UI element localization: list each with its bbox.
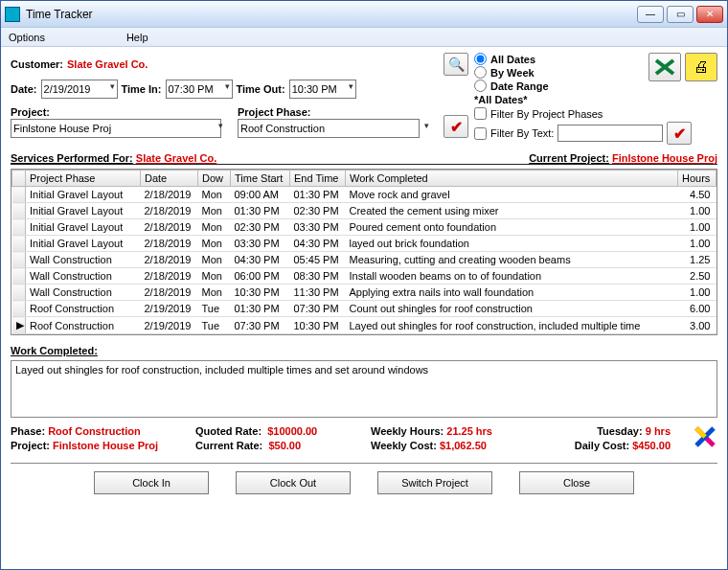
cell-start: 06:00 PM — [231, 268, 290, 285]
sum-day-value: 9 hrs — [646, 425, 671, 437]
timein-input[interactable] — [166, 80, 233, 99]
filter-by-phases-check[interactable]: Filter By Project Phases — [474, 107, 717, 120]
table-row[interactable]: Initial Gravel Layout2/18/2019Mon02:30 P… — [12, 219, 717, 236]
menu-options[interactable]: Options — [9, 32, 45, 43]
project-select[interactable] — [11, 119, 221, 138]
sum-dcost-value: $450.00 — [632, 440, 671, 451]
clock-out-button[interactable]: Clock Out — [236, 471, 351, 494]
sum-whours-value: 21.25 hrs — [446, 425, 492, 437]
row-marker — [12, 236, 26, 252]
cell-end: 11:30 PM — [290, 285, 346, 301]
switch-project-button[interactable]: Switch Project — [377, 471, 492, 494]
cell-hours: 4.50 — [678, 187, 717, 203]
cell-phase: Roof Construction — [26, 317, 141, 334]
table-row[interactable]: Wall Construction2/18/2019Mon04:30 PM05:… — [12, 252, 717, 268]
apply-filter-button[interactable]: ✔ — [667, 122, 692, 145]
time-entries-grid[interactable]: Project Phase Date Dow Time Start End Ti… — [11, 169, 717, 335]
cell-end: 02:30 PM — [290, 203, 346, 219]
current-project-value: Finlstone House Proj — [612, 152, 717, 164]
table-row[interactable]: Initial Gravel Layout2/18/2019Mon03:30 P… — [12, 236, 717, 252]
col-start[interactable]: Time Start — [231, 171, 290, 187]
cell-hours: 1.00 — [678, 219, 717, 236]
cell-hours: 3.00 — [678, 317, 717, 334]
cell-phase: Initial Gravel Layout — [26, 187, 141, 203]
close-window-button[interactable]: ✕ — [696, 6, 723, 23]
maximize-button[interactable]: ▭ — [667, 6, 694, 23]
customer-value: Slate Gravel Co. — [67, 58, 148, 70]
cell-start: 10:30 PM — [231, 285, 290, 301]
radio-date-range[interactable]: Date Range — [474, 80, 648, 92]
table-row[interactable]: Initial Gravel Layout2/18/2019Mon01:30 P… — [12, 203, 717, 219]
cell-end: 03:30 PM — [290, 219, 346, 236]
menu-help[interactable]: Help — [126, 32, 148, 43]
close-button[interactable]: Close — [519, 471, 634, 494]
col-end[interactable]: End Time — [290, 171, 346, 187]
sum-phase-label: Phase: — [11, 425, 45, 437]
work-completed-textarea[interactable]: Layed out shingles for roof construction… — [11, 360, 717, 418]
row-marker: ▶ — [12, 317, 26, 334]
cell-date: 2/19/2019 — [141, 301, 198, 317]
cell-date: 2/18/2019 — [141, 236, 198, 252]
cell-date: 2/18/2019 — [141, 219, 198, 236]
minimize-button[interactable]: — — [637, 6, 664, 23]
print-button[interactable]: 🖨 — [685, 53, 717, 81]
sum-day-label: Tuesday: — [597, 425, 642, 437]
services-for-value: Slate Gravel Co. — [136, 152, 216, 164]
cell-start: 02:30 PM — [231, 219, 290, 236]
cell-date: 2/18/2019 — [141, 252, 198, 268]
col-phase[interactable]: Project Phase — [26, 171, 141, 187]
col-dow[interactable]: Dow — [198, 171, 231, 187]
cell-start: 01:30 PM — [231, 203, 290, 219]
color-x-icon — [693, 425, 717, 448]
table-row[interactable]: Wall Construction2/18/2019Mon06:00 PM08:… — [12, 268, 717, 285]
sum-quoted-value: $10000.00 — [267, 425, 317, 437]
checkmark-icon: ✔ — [673, 125, 686, 143]
filter-text-input[interactable] — [557, 125, 663, 142]
table-row[interactable]: Wall Construction2/18/2019Mon10:30 PM11:… — [12, 285, 717, 301]
date-label: Date: — [11, 83, 37, 95]
col-hours[interactable]: Hours — [678, 171, 717, 187]
radio-by-week[interactable]: By Week — [474, 66, 648, 79]
cell-dow: Mon — [198, 236, 231, 252]
cell-end: 07:30 PM — [290, 301, 346, 317]
cell-start: 01:30 PM — [231, 301, 290, 317]
table-row[interactable]: Initial Gravel Layout2/18/2019Mon09:00 A… — [12, 187, 717, 203]
radio-all-dates[interactable]: All Dates — [474, 53, 648, 65]
phase-select[interactable] — [238, 119, 420, 138]
row-marker — [12, 285, 26, 301]
sum-wcost-value: $1,062.50 — [440, 440, 487, 451]
app-window: Time Tracker — ▭ ✕ Options Help Customer… — [0, 0, 728, 570]
titlebar[interactable]: Time Tracker — ▭ ✕ — [1, 1, 727, 28]
cell-hours: 2.50 — [678, 268, 717, 285]
cell-phase: Initial Gravel Layout — [26, 219, 141, 236]
confirm-entry-button[interactable]: ✔ — [444, 115, 468, 138]
col-work[interactable]: Work Completed — [346, 171, 678, 187]
cell-date: 2/18/2019 — [141, 187, 198, 203]
sum-current-label: Current Rate: — [195, 440, 262, 451]
row-marker — [12, 252, 26, 268]
table-row[interactable]: ▶Roof Construction2/19/2019Tue07:30 PM10… — [12, 317, 717, 334]
sum-dcost-label: Daily Cost: — [575, 440, 629, 451]
table-row[interactable]: Roof Construction2/19/2019Tue01:30 PM07:… — [12, 301, 717, 317]
timein-label: Time In: — [122, 83, 162, 95]
row-marker — [12, 187, 26, 203]
col-date[interactable]: Date — [141, 171, 198, 187]
cell-dow: Tue — [198, 317, 231, 334]
filter-by-text-check[interactable]: Filter By Text: — [474, 127, 554, 140]
cell-start: 07:30 PM — [231, 317, 290, 334]
date-input[interactable] — [41, 80, 118, 99]
cell-date: 2/18/2019 — [141, 268, 198, 285]
customer-label: Customer: — [11, 58, 63, 70]
cell-hours: 1.00 — [678, 236, 717, 252]
sum-whours-label: Weekly Hours: — [371, 425, 444, 437]
export-x-icon — [654, 58, 675, 76]
export-button[interactable] — [648, 53, 681, 81]
search-button[interactable]: 🔍 — [444, 53, 468, 76]
row-marker — [12, 203, 26, 219]
magnifier-icon: 🔍 — [448, 57, 465, 72]
timeout-input[interactable] — [289, 80, 356, 99]
clock-in-button[interactable]: Clock In — [94, 471, 209, 494]
cell-phase: Initial Gravel Layout — [26, 203, 141, 219]
col-marker[interactable] — [12, 171, 26, 187]
cell-start: 04:30 PM — [231, 252, 290, 268]
